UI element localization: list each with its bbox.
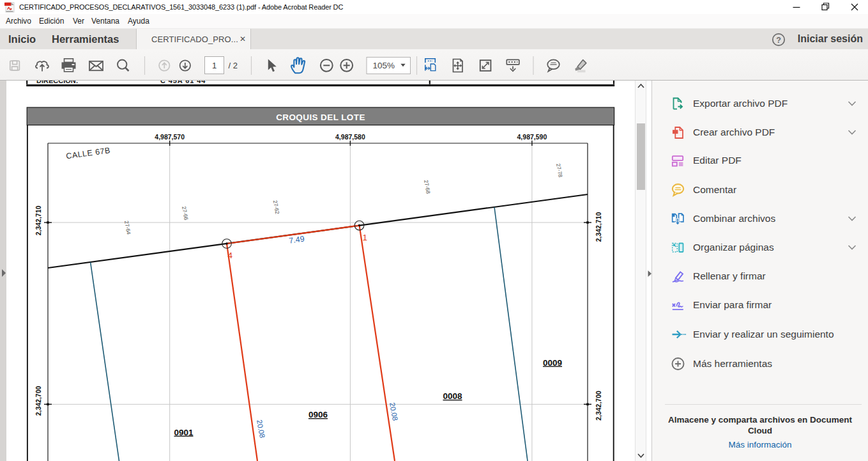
- svg-text:/ 2: / 2: [229, 61, 238, 70]
- svg-text:4,987,580: 4,987,580: [335, 133, 365, 141]
- svg-text:105%: 105%: [373, 61, 395, 70]
- svg-text:1: 1: [363, 233, 368, 242]
- svg-text:2,342,700: 2,342,700: [34, 386, 42, 416]
- svg-text:27-62: 27-62: [272, 199, 281, 214]
- svg-text:0009: 0009: [543, 358, 562, 368]
- svg-text:2,342,710: 2,342,710: [34, 205, 42, 235]
- svg-text:27-68: 27-68: [423, 180, 432, 194]
- svg-text:7.49: 7.49: [288, 234, 305, 245]
- svg-text:CROQUIS DEL LOTE: CROQUIS DEL LOTE: [276, 113, 365, 122]
- svg-text:2,342,710: 2,342,710: [595, 212, 602, 242]
- svg-text:1: 1: [212, 61, 217, 70]
- svg-text:?: ?: [776, 36, 781, 45]
- svg-text:0906: 0906: [308, 410, 328, 419]
- svg-text:4,987,590: 4,987,590: [517, 133, 547, 141]
- svg-text:4: 4: [228, 251, 233, 260]
- svg-text:27-66: 27-66: [181, 206, 190, 221]
- svg-text:27-78: 27-78: [555, 163, 564, 178]
- svg-text:C 45A 61 44: C 45A 61 44: [160, 81, 206, 84]
- svg-text:0901: 0901: [174, 428, 194, 437]
- svg-text:0008: 0008: [443, 391, 462, 401]
- svg-text:2,342,700: 2,342,700: [595, 391, 602, 421]
- svg-text:CALLE 67B: CALLE 67B: [66, 146, 111, 160]
- svg-text:20.08: 20.08: [388, 402, 399, 421]
- svg-text:20.08: 20.08: [255, 419, 266, 439]
- svg-text:4,987,570: 4,987,570: [155, 133, 185, 141]
- svg-text:DIRECCION:: DIRECCION:: [36, 81, 78, 84]
